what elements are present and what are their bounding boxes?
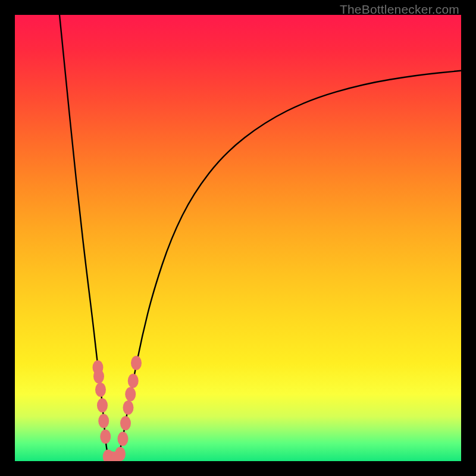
- marker-group: [93, 356, 142, 461]
- data-marker: [131, 356, 142, 370]
- data-marker: [118, 432, 129, 446]
- right-branch-path: [118, 71, 462, 459]
- data-marker: [125, 387, 136, 402]
- data-marker: [95, 383, 106, 397]
- curve-layer: [15, 15, 461, 461]
- data-marker: [98, 414, 109, 428]
- data-marker: [128, 374, 139, 388]
- data-marker: [93, 369, 104, 384]
- data-marker: [123, 400, 134, 415]
- data-marker: [100, 430, 111, 444]
- plot-area: [15, 15, 461, 461]
- data-marker: [97, 398, 108, 412]
- chart-stage: TheBottlenecker.com: [0, 0, 476, 476]
- data-marker: [115, 447, 126, 461]
- data-marker: [120, 416, 131, 430]
